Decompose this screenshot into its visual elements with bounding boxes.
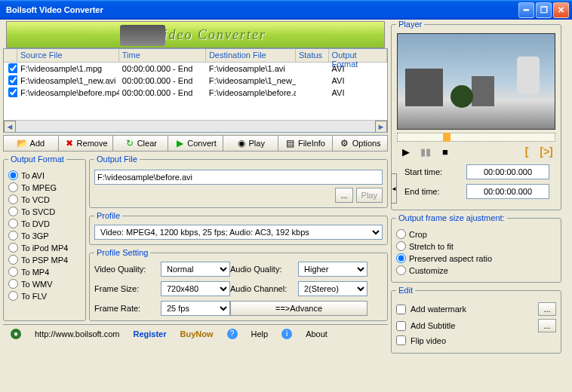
convert-button[interactable]: ▶Convert [168, 135, 223, 152]
table-row[interactable]: F:\videosample\1.mpg00:00:00.000 - EndF:… [4, 63, 387, 75]
x-icon: ✖ [64, 138, 75, 149]
watermark-browse-button[interactable]: ... [538, 302, 556, 316]
file-list: Source File Time Destination File Status… [3, 48, 388, 133]
scroll-right-icon[interactable]: ► [375, 121, 387, 133]
about-link[interactable]: About [306, 329, 328, 338]
format-radio[interactable] [8, 291, 18, 301]
titlebar: Boilsoft Video Converter ━ ❐ ✕ [0, 0, 572, 20]
table-row[interactable]: F:\videosample\before.mp400:00:00.000 - … [4, 87, 387, 99]
collapse-panel-button[interactable]: ◄ [391, 173, 397, 204]
remove-button[interactable]: ✖Remove [59, 135, 114, 152]
profile-group: Profile Video: MPEG4, 1200 kbps, 25 fps;… [89, 211, 388, 245]
profile-setting-group: Profile Setting Video Quality: Normal Au… [89, 248, 388, 321]
format-radio[interactable] [8, 267, 18, 277]
info-icon: i [281, 329, 292, 339]
subtitle-browse-button[interactable]: ... [538, 319, 556, 332]
maximize-button[interactable]: ❐ [536, 2, 552, 18]
help-icon: ? [227, 329, 238, 339]
end-time-label: End time: [404, 187, 462, 196]
player-pause-button[interactable]: ▮▮ [417, 145, 435, 158]
audio-quality-select[interactable]: Higher [298, 262, 367, 277]
end-time-input[interactable] [466, 184, 549, 199]
disc-icon: ◉ [236, 138, 247, 149]
options-button[interactable]: ⚙Options [333, 135, 388, 152]
toolbar: 📂Add ✖Remove ↻Clear ▶Convert ◉Play ▤File… [3, 135, 388, 152]
clear-button[interactable]: ↻Clear [113, 135, 168, 152]
adjust-radio[interactable] [396, 253, 406, 263]
advance-button[interactable]: ==>Advance [230, 301, 367, 316]
output-file-group: Output File ... Play [89, 155, 388, 208]
refresh-icon: ↻ [125, 138, 135, 149]
subtitle-checkbox[interactable] [396, 321, 406, 331]
audio-channel-select[interactable]: 2(Stereo) [298, 281, 367, 296]
browse-button[interactable]: ... [335, 188, 352, 203]
buynow-link[interactable]: BuyNow [180, 329, 214, 338]
format-radio[interactable] [8, 231, 18, 240]
file-list-header: Source File Time Destination File Status… [4, 49, 387, 63]
adjust-radio[interactable] [396, 229, 406, 239]
format-radio[interactable] [8, 219, 18, 228]
folder-icon: 📂 [17, 138, 28, 149]
format-radio[interactable] [8, 255, 18, 265]
play-output-button[interactable]: Play [356, 188, 383, 203]
format-radio[interactable] [8, 170, 18, 180]
format-radio[interactable] [8, 243, 18, 253]
scroll-left-icon[interactable]: ◄ [4, 121, 16, 133]
flip-checkbox[interactable] [396, 335, 406, 345]
row-checkbox[interactable] [8, 75, 17, 85]
adjust-radio[interactable] [396, 241, 406, 251]
play-button[interactable]: ◉Play [223, 135, 278, 152]
doc-icon: ▤ [285, 138, 296, 149]
video-quality-select[interactable]: Normal [161, 262, 230, 277]
window-title: Boilsoft Video Converter [3, 5, 517, 14]
format-radio[interactable] [8, 182, 18, 192]
banner: Video Converter [6, 21, 385, 48]
add-button[interactable]: 📂Add [3, 135, 59, 152]
output-file-input[interactable] [94, 170, 383, 185]
player-play-button[interactable]: ▶ [397, 145, 415, 158]
adjust-radio[interactable] [396, 265, 406, 275]
table-row[interactable]: F:\videosample\1_new.avi00:00:00.000 - E… [4, 75, 387, 87]
register-link[interactable]: Register [134, 329, 167, 338]
row-checkbox[interactable] [8, 87, 17, 97]
format-radio[interactable] [8, 207, 18, 216]
statusbar: ● http://www.boilsoft.com Register BuyNo… [3, 324, 388, 342]
start-time-label: Start time: [404, 167, 462, 176]
player-group: Player ▶ ▮▮ ■ [ [>] Start time: End time… [391, 20, 561, 210]
format-radio[interactable] [8, 279, 18, 289]
output-format-group: Output Format To AVITo MPEGTo VCDTo SVCD… [3, 155, 86, 321]
play-icon: ▶ [174, 138, 185, 149]
website-link[interactable]: http://www.boilsoft.com [35, 329, 120, 338]
player-stop-button[interactable]: ■ [436, 145, 454, 158]
mark-in-button[interactable]: [ [518, 145, 536, 158]
seek-slider[interactable] [397, 133, 555, 142]
minimize-button[interactable]: ━ [518, 2, 534, 18]
edit-group: Edit Add watermark... Add Subtitle... Fl… [391, 286, 561, 354]
horizontal-scrollbar[interactable]: ◄ ► [4, 120, 387, 132]
frame-adjust-group: Output frame size ajustment: CropStretch… [391, 213, 561, 283]
row-checkbox[interactable] [8, 63, 17, 73]
profile-select[interactable]: Video: MPEG4, 1200 kbps, 25 fps; Audio: … [94, 225, 383, 240]
mark-out-button[interactable]: [>] [537, 145, 555, 158]
gear-icon: ⚙ [340, 138, 350, 149]
watermark-checkbox[interactable] [396, 305, 406, 314]
fileinfo-button[interactable]: ▤FileInfo [278, 135, 334, 152]
close-button[interactable]: ✕ [553, 2, 569, 18]
video-preview[interactable] [397, 33, 555, 130]
globe-icon: ● [11, 329, 21, 339]
frame-rate-select[interactable]: 25 fps [161, 301, 230, 316]
help-link[interactable]: Help [251, 329, 269, 338]
start-time-input[interactable] [466, 164, 549, 179]
format-radio[interactable] [8, 194, 18, 204]
frame-size-select[interactable]: 720x480 [161, 281, 230, 296]
